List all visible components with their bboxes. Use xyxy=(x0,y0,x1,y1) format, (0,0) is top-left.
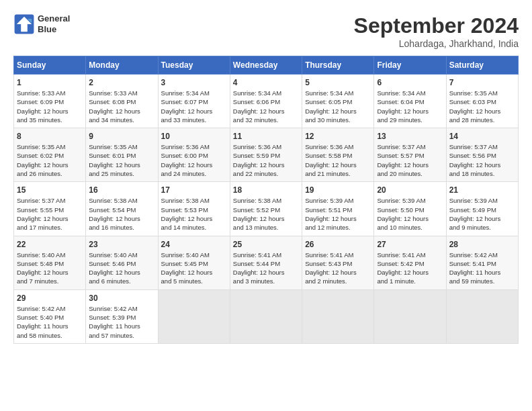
calendar-cell: 14Sunrise: 5:37 AM Sunset: 5:56 PM Dayli… xyxy=(446,128,518,182)
day-number: 24 xyxy=(161,240,227,249)
cell-text: Sunrise: 5:37 AM Sunset: 5:57 PM Dayligh… xyxy=(377,142,443,178)
cell-text: Sunrise: 5:38 AM Sunset: 5:54 PM Dayligh… xyxy=(89,196,154,232)
calendar-cell: 18Sunrise: 5:38 AM Sunset: 5:52 PM Dayli… xyxy=(230,182,302,236)
calendar-cell: 15Sunrise: 5:37 AM Sunset: 5:55 PM Dayli… xyxy=(14,182,86,236)
day-number: 20 xyxy=(377,185,443,195)
day-number: 16 xyxy=(89,185,154,195)
day-number: 15 xyxy=(17,185,83,195)
calendar-cell: 13Sunrise: 5:37 AM Sunset: 5:57 PM Dayli… xyxy=(374,128,446,182)
calendar-cell: 29Sunrise: 5:42 AM Sunset: 5:40 PM Dayli… xyxy=(14,289,86,343)
logo: General Blue xyxy=(13,13,70,35)
calendar-cell: 27Sunrise: 5:41 AM Sunset: 5:42 PM Dayli… xyxy=(374,236,446,289)
calendar-cell: 8Sunrise: 5:35 AM Sunset: 6:02 PM Daylig… xyxy=(14,128,86,182)
cell-text: Sunrise: 5:42 AM Sunset: 5:39 PM Dayligh… xyxy=(89,304,154,340)
calendar-cell: 12Sunrise: 5:36 AM Sunset: 5:58 PM Dayli… xyxy=(302,128,374,182)
cell-text: Sunrise: 5:41 AM Sunset: 5:42 PM Dayligh… xyxy=(377,250,443,286)
calendar-cell: 25Sunrise: 5:41 AM Sunset: 5:44 PM Dayli… xyxy=(230,236,302,289)
day-number: 11 xyxy=(233,132,299,141)
cell-text: Sunrise: 5:37 AM Sunset: 5:55 PM Dayligh… xyxy=(17,196,83,232)
calendar-cell xyxy=(230,289,302,343)
calendar-cell: 26Sunrise: 5:41 AM Sunset: 5:43 PM Dayli… xyxy=(302,236,374,289)
day-number: 5 xyxy=(305,78,371,87)
day-number: 1 xyxy=(17,78,83,87)
day-number: 4 xyxy=(233,78,299,87)
calendar-cell: 23Sunrise: 5:40 AM Sunset: 5:46 PM Dayli… xyxy=(86,236,158,289)
cell-text: Sunrise: 5:35 AM Sunset: 6:02 PM Dayligh… xyxy=(17,142,83,178)
day-number: 8 xyxy=(17,132,83,141)
day-header-friday: Friday xyxy=(374,56,446,75)
calendar-cell: 3Sunrise: 5:34 AM Sunset: 6:07 PM Daylig… xyxy=(158,75,230,128)
day-number: 28 xyxy=(449,240,515,249)
day-number: 22 xyxy=(17,240,83,249)
calendar-cell xyxy=(374,289,446,343)
day-number: 26 xyxy=(305,240,371,249)
header-row: SundayMondayTuesdayWednesdayThursdayFrid… xyxy=(14,56,519,75)
day-number: 18 xyxy=(233,185,299,195)
week-row-3: 15Sunrise: 5:37 AM Sunset: 5:55 PM Dayli… xyxy=(14,182,519,236)
cell-text: Sunrise: 5:34 AM Sunset: 6:06 PM Dayligh… xyxy=(233,89,299,124)
calendar-cell: 10Sunrise: 5:36 AM Sunset: 6:00 PM Dayli… xyxy=(158,128,230,182)
cell-text: Sunrise: 5:36 AM Sunset: 5:58 PM Dayligh… xyxy=(305,142,371,178)
cell-text: Sunrise: 5:39 AM Sunset: 5:50 PM Dayligh… xyxy=(377,196,443,232)
cell-text: Sunrise: 5:34 AM Sunset: 6:07 PM Dayligh… xyxy=(161,89,227,124)
cell-text: Sunrise: 5:41 AM Sunset: 5:43 PM Dayligh… xyxy=(305,250,371,286)
cell-text: Sunrise: 5:39 AM Sunset: 5:51 PM Dayligh… xyxy=(305,196,371,232)
calendar-cell: 1Sunrise: 5:33 AM Sunset: 6:09 PM Daylig… xyxy=(14,75,86,128)
day-number: 3 xyxy=(161,78,227,87)
day-number: 10 xyxy=(161,132,227,141)
logo-text: General Blue xyxy=(38,13,70,34)
cell-text: Sunrise: 5:36 AM Sunset: 5:59 PM Dayligh… xyxy=(233,142,299,178)
day-number: 21 xyxy=(449,185,515,195)
week-row-4: 22Sunrise: 5:40 AM Sunset: 5:48 PM Dayli… xyxy=(14,236,519,289)
week-row-2: 8Sunrise: 5:35 AM Sunset: 6:02 PM Daylig… xyxy=(14,128,519,182)
location: Lohardaga, Jharkhand, India xyxy=(354,38,519,49)
calendar-cell: 4Sunrise: 5:34 AM Sunset: 6:06 PM Daylig… xyxy=(230,75,302,128)
cell-text: Sunrise: 5:34 AM Sunset: 6:04 PM Dayligh… xyxy=(377,89,443,124)
calendar-cell: 30Sunrise: 5:42 AM Sunset: 5:39 PM Dayli… xyxy=(86,289,158,343)
cell-text: Sunrise: 5:40 AM Sunset: 5:46 PM Dayligh… xyxy=(89,250,154,286)
cell-text: Sunrise: 5:38 AM Sunset: 5:53 PM Dayligh… xyxy=(161,196,227,232)
day-header-sunday: Sunday xyxy=(14,56,86,75)
calendar-cell: 11Sunrise: 5:36 AM Sunset: 5:59 PM Dayli… xyxy=(230,128,302,182)
cell-text: Sunrise: 5:37 AM Sunset: 5:56 PM Dayligh… xyxy=(449,142,515,178)
logo-icon xyxy=(13,13,35,35)
cell-text: Sunrise: 5:36 AM Sunset: 6:00 PM Dayligh… xyxy=(161,142,227,178)
header: General Blue September 2024 Lohardaga, J… xyxy=(13,13,519,49)
day-number: 19 xyxy=(305,185,371,195)
day-header-saturday: Saturday xyxy=(446,56,518,75)
cell-text: Sunrise: 5:41 AM Sunset: 5:44 PM Dayligh… xyxy=(233,250,299,286)
month-title: September 2024 xyxy=(354,13,519,38)
calendar-cell: 2Sunrise: 5:33 AM Sunset: 6:08 PM Daylig… xyxy=(86,75,158,128)
calendar-cell: 7Sunrise: 5:35 AM Sunset: 6:03 PM Daylig… xyxy=(446,75,518,128)
day-number: 30 xyxy=(89,293,154,303)
day-header-monday: Monday xyxy=(86,56,158,75)
day-number: 14 xyxy=(449,132,515,141)
calendar-cell: 28Sunrise: 5:42 AM Sunset: 5:41 PM Dayli… xyxy=(446,236,518,289)
cell-text: Sunrise: 5:42 AM Sunset: 5:40 PM Dayligh… xyxy=(17,304,83,340)
calendar-cell: 20Sunrise: 5:39 AM Sunset: 5:50 PM Dayli… xyxy=(374,182,446,236)
calendar-cell: 24Sunrise: 5:40 AM Sunset: 5:45 PM Dayli… xyxy=(158,236,230,289)
calendar-cell xyxy=(158,289,230,343)
cell-text: Sunrise: 5:40 AM Sunset: 5:48 PM Dayligh… xyxy=(17,250,83,286)
calendar-cell: 5Sunrise: 5:34 AM Sunset: 6:05 PM Daylig… xyxy=(302,75,374,128)
day-number: 2 xyxy=(89,78,154,87)
title-block: September 2024 Lohardaga, Jharkhand, Ind… xyxy=(354,13,519,49)
cell-text: Sunrise: 5:33 AM Sunset: 6:09 PM Dayligh… xyxy=(17,89,83,124)
day-header-tuesday: Tuesday xyxy=(158,56,230,75)
day-number: 6 xyxy=(377,78,443,87)
week-row-5: 29Sunrise: 5:42 AM Sunset: 5:40 PM Dayli… xyxy=(14,289,519,343)
calendar-cell xyxy=(446,289,518,343)
cell-text: Sunrise: 5:38 AM Sunset: 5:52 PM Dayligh… xyxy=(233,196,299,232)
day-number: 7 xyxy=(449,78,515,87)
day-number: 27 xyxy=(377,240,443,249)
day-header-wednesday: Wednesday xyxy=(230,56,302,75)
calendar-table: SundayMondayTuesdayWednesdayThursdayFrid… xyxy=(13,56,519,344)
calendar-cell: 6Sunrise: 5:34 AM Sunset: 6:04 PM Daylig… xyxy=(374,75,446,128)
calendar-cell: 22Sunrise: 5:40 AM Sunset: 5:48 PM Dayli… xyxy=(14,236,86,289)
calendar-cell: 19Sunrise: 5:39 AM Sunset: 5:51 PM Dayli… xyxy=(302,182,374,236)
day-number: 29 xyxy=(17,293,83,303)
day-number: 13 xyxy=(377,132,443,141)
day-number: 25 xyxy=(233,240,299,249)
cell-text: Sunrise: 5:39 AM Sunset: 5:49 PM Dayligh… xyxy=(449,196,515,232)
cell-text: Sunrise: 5:34 AM Sunset: 6:05 PM Dayligh… xyxy=(305,89,371,124)
